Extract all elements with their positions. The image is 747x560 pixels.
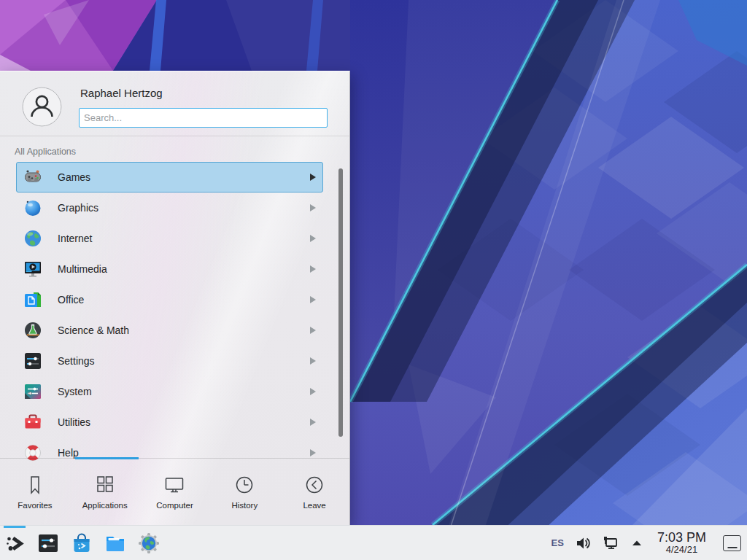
category-label: Settings xyxy=(58,355,95,367)
category-games[interactable]: Games xyxy=(16,162,323,192)
system-tray: ES 7:03 PM 4/24/21 xyxy=(551,531,747,555)
user-avatar-icon[interactable] xyxy=(22,87,62,127)
submenu-arrow-icon xyxy=(310,419,316,426)
category-multimedia[interactable]: Multimedia xyxy=(16,254,323,284)
konqueror-globe-icon xyxy=(137,532,160,555)
submenu-arrow-icon xyxy=(310,357,316,365)
tab-computer[interactable]: Computer xyxy=(140,459,210,525)
launcher-active-indicator xyxy=(4,526,26,528)
submenu-arrow-icon xyxy=(310,265,316,273)
submenu-arrow-icon xyxy=(310,296,316,303)
category-graphics[interactable]: Graphics xyxy=(16,192,323,223)
taskbar: ES 7:03 PM 4/24/21 xyxy=(0,525,747,560)
logout-circle-icon xyxy=(303,474,325,496)
submenu-arrow-icon xyxy=(310,174,316,181)
category-internet[interactable]: Internet xyxy=(16,223,323,254)
category-office[interactable]: Office xyxy=(16,284,323,315)
category-label: Graphics xyxy=(58,202,98,214)
submenu-arrow-icon xyxy=(310,204,316,211)
clock-time: 7:03 PM xyxy=(657,531,706,545)
show-desktop-glyph xyxy=(727,547,737,548)
section-label: All Applications xyxy=(15,147,76,157)
category-label: Office xyxy=(58,294,84,306)
tab-label: Favorites xyxy=(18,501,52,510)
toolbox-icon xyxy=(23,413,42,432)
expand-caret-icon[interactable] xyxy=(630,537,643,550)
gamepad-icon xyxy=(23,168,42,187)
taskbar-konqueror[interactable] xyxy=(134,526,163,560)
globe-icon xyxy=(23,229,42,248)
launcher-header: Raphael Hertzog xyxy=(0,71,349,136)
clock-date: 4/24/21 xyxy=(666,545,697,555)
active-tab-indicator xyxy=(75,457,139,459)
header-separator xyxy=(0,136,349,136)
tab-label: Leave xyxy=(303,501,325,510)
tab-label: Computer xyxy=(156,501,193,510)
grid-icon xyxy=(94,474,116,496)
desktop: Raphael Hertzog All Applications Games xyxy=(0,0,747,560)
kde-launcher-icon xyxy=(4,532,26,554)
digital-clock[interactable]: 7:03 PM 4/24/21 xyxy=(654,531,709,555)
monitor-icon xyxy=(163,474,185,496)
category-label: System xyxy=(58,386,92,397)
taskbar-system-settings[interactable] xyxy=(34,526,63,560)
search-input[interactable] xyxy=(79,108,328,128)
category-label: Multimedia xyxy=(58,263,107,275)
application-launcher-menu: Raphael Hertzog All Applications Games xyxy=(0,71,350,525)
submenu-arrow-icon xyxy=(310,449,316,456)
wired-network-icon[interactable] xyxy=(602,534,619,552)
system-sliders-icon xyxy=(23,382,42,401)
tab-label: Applications xyxy=(82,501,128,510)
category-utilities[interactable]: Utilities xyxy=(16,407,323,438)
launcher-tabbar: Favorites Applications Compute xyxy=(0,458,349,525)
tab-leave[interactable]: Leave xyxy=(279,459,349,525)
submenu-arrow-icon xyxy=(310,388,316,395)
taskbar-discover[interactable] xyxy=(67,526,96,560)
tab-history[interactable]: History xyxy=(209,459,279,525)
dolphin-folder-icon xyxy=(104,532,127,555)
volume-icon[interactable] xyxy=(575,535,591,551)
blue-sphere-icon xyxy=(23,198,42,217)
tab-label: History xyxy=(231,501,258,510)
tab-applications[interactable]: Applications xyxy=(70,459,140,525)
submenu-arrow-icon xyxy=(310,327,316,334)
discover-icon xyxy=(70,532,93,555)
category-science-math[interactable]: Science & Math xyxy=(16,315,323,346)
application-launcher-button[interactable] xyxy=(0,526,29,560)
category-label: Internet xyxy=(58,233,92,244)
sliders-icon xyxy=(23,351,42,370)
tab-favorites[interactable]: Favorites xyxy=(0,459,70,525)
bookmark-icon xyxy=(24,474,46,496)
submenu-arrow-icon xyxy=(310,235,316,242)
list-scrollbar[interactable] xyxy=(338,168,343,437)
system-settings-icon xyxy=(36,532,60,555)
category-system[interactable]: System xyxy=(16,376,323,407)
category-label: Games xyxy=(58,171,90,183)
monitor-play-icon xyxy=(23,260,42,279)
category-list: Games Graphics xyxy=(0,162,349,468)
taskbar-dolphin[interactable] xyxy=(101,526,130,560)
category-label: Utilities xyxy=(58,416,90,428)
user-name: Raphael Hertzog xyxy=(80,87,163,99)
category-settings[interactable]: Settings xyxy=(16,346,323,376)
show-desktop-button[interactable] xyxy=(723,535,741,551)
clock-icon xyxy=(233,474,255,496)
keyboard-layout-indicator[interactable]: ES xyxy=(551,537,564,548)
flask-icon xyxy=(23,321,42,340)
category-label: Science & Math xyxy=(58,324,129,336)
documents-icon xyxy=(23,290,42,309)
